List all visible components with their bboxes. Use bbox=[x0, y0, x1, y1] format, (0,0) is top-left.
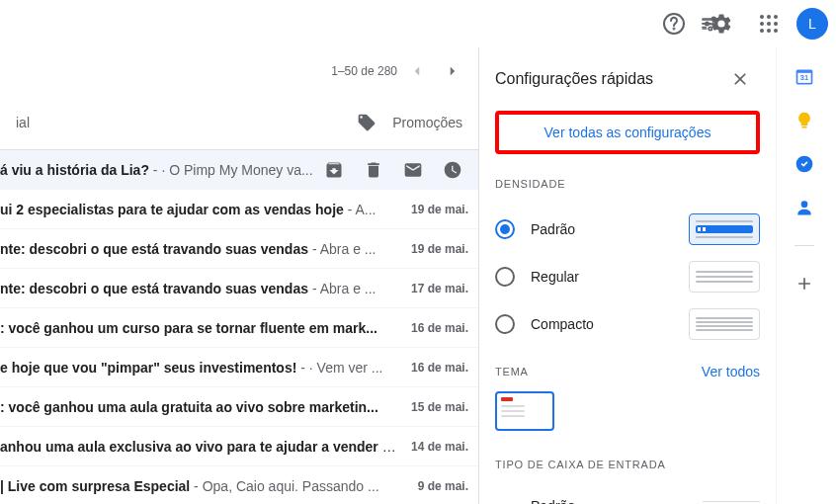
top-bar: L bbox=[0, 0, 836, 47]
panel-title: Configurações rápidas bbox=[495, 70, 653, 88]
see-all-settings-button[interactable]: Ver todas as configurações bbox=[499, 115, 756, 150]
inbox-type-section: TIPO DE CAIXA DE ENTRADA Padrão bbox=[495, 459, 760, 504]
radio-icon[interactable] bbox=[495, 314, 515, 334]
tab-partial[interactable]: ial bbox=[16, 115, 30, 130]
calendar-icon[interactable]: 31 bbox=[794, 67, 814, 87]
email-row[interactable]: : você ganhou um curso para se tornar fl… bbox=[0, 308, 478, 348]
svg-point-13 bbox=[774, 29, 778, 33]
theme-thumbnail[interactable] bbox=[495, 391, 554, 431]
density-preview-comfortable bbox=[689, 261, 760, 293]
svg-text:31: 31 bbox=[799, 73, 807, 82]
page-count: 1–50 de 280 bbox=[331, 64, 397, 78]
svg-point-7 bbox=[774, 15, 778, 19]
radio-icon[interactable] bbox=[495, 267, 515, 287]
density-preview-compact bbox=[689, 308, 760, 340]
side-panel: 31 bbox=[776, 47, 831, 504]
archive-icon[interactable] bbox=[314, 150, 354, 190]
see-all-settings-highlight: Ver todas as configurações bbox=[495, 111, 760, 154]
email-row[interactable]: ui 2 especialistas para te ajudar com as… bbox=[0, 190, 478, 229]
email-row[interactable]: nte: descobri o que está travando suas v… bbox=[0, 269, 478, 308]
rail-divider bbox=[794, 245, 814, 246]
row-actions bbox=[314, 150, 472, 190]
top-right-actions: L bbox=[654, 0, 828, 47]
email-row[interactable]: anhou uma aula exclusiva ao vivo para te… bbox=[0, 427, 478, 466]
keep-icon[interactable] bbox=[794, 111, 814, 130]
help-icon[interactable] bbox=[654, 4, 694, 43]
next-page-icon[interactable] bbox=[437, 55, 468, 87]
density-option-comfortable[interactable]: Regular bbox=[495, 253, 760, 300]
radio-icon[interactable] bbox=[495, 219, 515, 239]
quick-settings-panel: Configurações rápidas Ver todas as confi… bbox=[479, 47, 776, 504]
inbox-type-default[interactable]: Padrão bbox=[495, 486, 760, 504]
svg-point-11 bbox=[760, 29, 764, 33]
svg-point-18 bbox=[800, 201, 807, 208]
tasks-icon[interactable] bbox=[794, 154, 814, 174]
density-option-default[interactable]: Padrão bbox=[495, 206, 760, 253]
add-icon[interactable] bbox=[794, 274, 814, 294]
prev-page-icon[interactable] bbox=[401, 55, 433, 87]
tab-promotions-label: Promoções bbox=[392, 115, 462, 130]
svg-point-10 bbox=[774, 22, 778, 26]
inbox-type-label: TIPO DE CAIXA DE ENTRADA bbox=[495, 459, 760, 470]
gear-icon[interactable] bbox=[702, 4, 741, 43]
email-row[interactable]: nte: descobri o que está travando suas v… bbox=[0, 229, 478, 269]
snooze-icon[interactable] bbox=[433, 150, 472, 190]
category-tabs: ial Promoções bbox=[0, 95, 478, 150]
email-row[interactable]: | Live com surpresa Especial - Opa, Caio… bbox=[0, 466, 478, 504]
svg-point-8 bbox=[760, 22, 764, 26]
density-option-compact[interactable]: Compacto bbox=[495, 300, 760, 348]
main-area: 1–50 de 280 ial Promoções á viu a histór… bbox=[0, 47, 836, 504]
density-section-label: DENSIDADE bbox=[495, 178, 760, 190]
svg-point-4 bbox=[674, 29, 675, 30]
avatar[interactable]: L bbox=[796, 8, 828, 40]
mark-read-icon[interactable] bbox=[393, 150, 433, 190]
tab-promotions[interactable]: Promoções bbox=[357, 113, 462, 132]
contacts-icon[interactable] bbox=[794, 198, 814, 217]
email-list: á viu a história da Lia? - · O Pimp My M… bbox=[0, 150, 478, 504]
email-row[interactable]: : você ganhou uma aula gratuita ao vivo … bbox=[0, 387, 478, 427]
email-row[interactable]: á viu a história da Lia? - · O Pimp My M… bbox=[0, 150, 478, 190]
svg-point-9 bbox=[767, 22, 771, 26]
email-column: 1–50 de 280 ial Promoções á viu a histór… bbox=[0, 47, 479, 504]
apps-icon[interactable] bbox=[749, 4, 789, 43]
svg-point-5 bbox=[760, 15, 764, 19]
svg-point-6 bbox=[767, 15, 771, 19]
close-icon[interactable] bbox=[720, 59, 760, 99]
pagination-bar: 1–50 de 280 bbox=[0, 47, 478, 95]
svg-point-12 bbox=[767, 29, 771, 33]
theme-section-header: TEMA Ver todos bbox=[495, 364, 760, 379]
tag-icon bbox=[357, 113, 376, 132]
email-row[interactable]: e hoje que vou "pimpar" seus investiment… bbox=[0, 348, 478, 387]
see-all-themes-link[interactable]: Ver todos bbox=[702, 364, 760, 379]
panel-header: Configurações rápidas bbox=[495, 47, 760, 111]
density-preview-default bbox=[689, 213, 760, 245]
theme-section-label: TEMA bbox=[495, 366, 529, 378]
delete-icon[interactable] bbox=[354, 150, 393, 190]
